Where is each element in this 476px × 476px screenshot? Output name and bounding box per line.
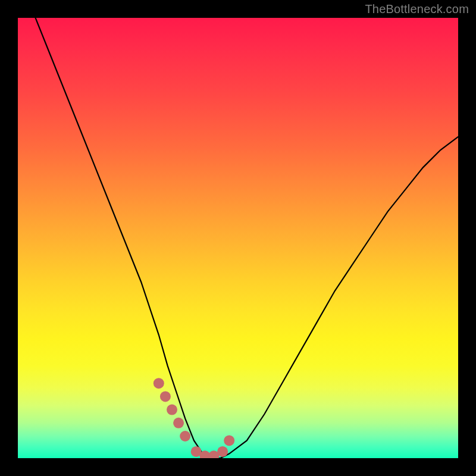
- watermark-text: TheBottleneck.com: [365, 2, 469, 16]
- highlight-marker: [160, 391, 171, 402]
- highlight-marker: [154, 378, 164, 389]
- plot-svg: [18, 18, 458, 458]
- highlight-marker: [217, 446, 228, 457]
- chart-frame: TheBottleneck.com: [0, 0, 476, 476]
- plot-area: [18, 18, 458, 458]
- highlight-marker: [173, 418, 184, 428]
- highlight-marker: [224, 435, 234, 446]
- bottleneck-curve-line: [36, 18, 458, 458]
- highlight-marker: [167, 405, 177, 415]
- highlight-marker: [180, 431, 190, 441]
- highlight-marker-group: [154, 378, 234, 458]
